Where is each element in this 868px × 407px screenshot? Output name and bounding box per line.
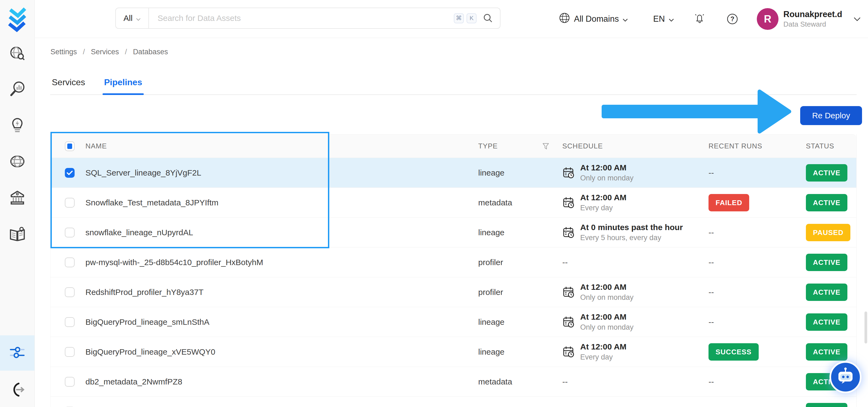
schedule-time: At 12:00 AM bbox=[580, 342, 627, 351]
sidebar-item-insights[interactable] bbox=[0, 111, 34, 140]
user-menu[interactable]: R Rounakpreet.d Data Steward bbox=[757, 0, 861, 38]
table-row[interactable]: SQL_Server_lineage_8YjVgF2L lineage bbox=[51, 158, 856, 188]
column-header-recent-runs[interactable]: RECENT RUNS bbox=[709, 142, 806, 150]
row-checkbox[interactable] bbox=[65, 347, 74, 357]
row-checkbox[interactable] bbox=[65, 287, 74, 297]
recent-runs-empty: -- bbox=[709, 317, 714, 326]
breadcrumb-services[interactable]: Services bbox=[91, 48, 119, 56]
schedule-empty: -- bbox=[562, 377, 568, 386]
status-badge: ACTIVE bbox=[806, 313, 847, 331]
column-header-status[interactable]: STATUS bbox=[806, 142, 857, 150]
sidebar-item-explore[interactable] bbox=[0, 39, 34, 69]
schedule-frequency: Only on monday bbox=[580, 293, 633, 302]
app-logo[interactable] bbox=[7, 5, 28, 34]
row-checkbox[interactable] bbox=[65, 228, 74, 238]
pipelines-table: NAME TYPE SCHEDULE RECENT RUNS STATUS SQ… bbox=[50, 134, 857, 407]
breadcrumb-databases[interactable]: Databases bbox=[133, 48, 168, 56]
globe-icon bbox=[9, 153, 26, 171]
recent-run-badge[interactable]: SUCCESS bbox=[709, 343, 759, 361]
pipeline-type: metadata bbox=[478, 198, 512, 207]
pipeline-name-link[interactable]: SQL_Server_lineage_8YjVgF2L bbox=[86, 168, 201, 177]
search-scope-dropdown[interactable]: All bbox=[116, 8, 149, 28]
k-key-badge: K bbox=[467, 13, 476, 23]
scrollbar-thumb[interactable] bbox=[865, 312, 867, 344]
schedule-time: At 12:00 AM bbox=[580, 163, 633, 172]
openmetadata-app: All Search for Data Assets ⌘ K All Domai… bbox=[0, 0, 868, 407]
global-search[interactable]: All Search for Data Assets ⌘ K bbox=[115, 8, 500, 29]
schedule-frequency: Only on monday bbox=[580, 174, 633, 182]
pipeline-type: profiler bbox=[478, 288, 503, 296]
pipeline-name-link[interactable]: BigQueryProd_lineage_smLnSthA bbox=[86, 317, 209, 326]
sidebar-item-settings-active[interactable] bbox=[0, 335, 34, 371]
layers-logo-icon bbox=[7, 5, 28, 34]
schedule-frequency: Every day bbox=[580, 353, 627, 362]
status-badge: ACTIVE bbox=[806, 343, 847, 361]
pipeline-name-link[interactable]: pw-mysql-with-_25-d8b54c10_profiler_HxBo… bbox=[86, 258, 263, 267]
recent-runs-empty: -- bbox=[709, 228, 714, 237]
domains-dropdown[interactable]: All Domains bbox=[559, 0, 628, 38]
table-row[interactable]: db2_metadata_2NwmfPZ8 metadata -- -- ACT… bbox=[51, 367, 856, 397]
status-badge: ACTIVE bbox=[806, 194, 847, 211]
sidebar-item-domains[interactable] bbox=[0, 147, 34, 177]
language-dropdown[interactable]: EN bbox=[653, 0, 674, 38]
pipeline-name-link[interactable]: RedshiftProd_profiler_hY8ya37T bbox=[86, 288, 204, 296]
table-row[interactable]: snowflake_lineage_nUpyrdAL lineage bbox=[51, 218, 856, 247]
schedule-frequency: Only on monday bbox=[580, 323, 633, 332]
sidebar-item-glossary[interactable] bbox=[0, 220, 34, 250]
chatbot-button[interactable] bbox=[830, 361, 862, 393]
recent-runs-empty: -- bbox=[709, 258, 714, 267]
row-checkbox[interactable] bbox=[65, 257, 74, 267]
pipeline-name-link[interactable]: db2_metadata_2NwmfPZ8 bbox=[86, 377, 182, 386]
bell-icon bbox=[694, 12, 705, 26]
pipeline-name-link[interactable]: BigQueryProd_lineage_xVE5WQY0 bbox=[86, 347, 215, 356]
column-header-name[interactable]: NAME bbox=[86, 142, 478, 150]
table-row[interactable]: pw-mysql-with-_25-d8b54c10_profiler_HxBo… bbox=[51, 247, 856, 277]
column-header-schedule[interactable]: SCHEDULE bbox=[562, 142, 709, 150]
recent-runs-empty: -- bbox=[709, 377, 714, 386]
pipeline-name-link[interactable]: snowflake_lineage_nUpyrdAL bbox=[86, 228, 193, 237]
sidebar bbox=[0, 0, 35, 407]
tab-services[interactable]: Services bbox=[50, 73, 87, 94]
pipeline-name-link[interactable]: Snowflake_Test_metadata_8JPYIftm bbox=[86, 198, 218, 207]
row-checkbox[interactable] bbox=[65, 198, 74, 208]
row-checkbox[interactable] bbox=[65, 317, 74, 327]
pipeline-type: lineage bbox=[478, 347, 504, 356]
sidebar-item-observability[interactable] bbox=[0, 74, 34, 104]
breadcrumb: Settings / Services / Databases bbox=[51, 48, 168, 56]
help-button[interactable]: ? bbox=[726, 0, 738, 38]
tab-pipelines[interactable]: Pipelines bbox=[102, 73, 144, 94]
schedule-time: At 12:00 AM bbox=[580, 312, 633, 321]
lightbulb-bolt-icon bbox=[9, 117, 26, 134]
search-icon[interactable] bbox=[483, 13, 493, 23]
row-checkbox[interactable] bbox=[65, 377, 74, 387]
status-badge: ACTIVE bbox=[806, 254, 847, 271]
sidebar-item-logout[interactable] bbox=[0, 378, 34, 403]
breadcrumb-settings[interactable]: Settings bbox=[51, 48, 77, 56]
schedule-empty: -- bbox=[562, 258, 568, 267]
chevron-down-icon bbox=[622, 14, 628, 24]
logout-icon bbox=[9, 381, 26, 399]
select-all-checkbox[interactable] bbox=[65, 142, 74, 151]
sidebar-item-govern[interactable] bbox=[0, 183, 34, 213]
table-row[interactable]: BigQueryProd_lineage_xVE5WQY0 lineage bbox=[51, 337, 856, 367]
recent-runs-empty: -- bbox=[709, 288, 714, 296]
schedule-time: At 12:00 AM bbox=[580, 193, 627, 202]
open-book-icon bbox=[9, 226, 26, 244]
status-badge: ACTIVE bbox=[806, 403, 847, 407]
table-row[interactable]: Snowflake_Test_metadata_8JPYIftm metadat… bbox=[51, 188, 856, 218]
filter-funnel-icon[interactable] bbox=[542, 143, 549, 150]
table-row[interactable]: BigQueryProd_lineage_smLnSthA lineage bbox=[51, 307, 856, 337]
calendar-clock-icon bbox=[562, 196, 575, 209]
redeploy-button[interactable]: Re Deploy bbox=[800, 106, 862, 125]
tab-bar: Services Pipelines bbox=[50, 71, 857, 95]
column-header-type[interactable]: TYPE bbox=[478, 142, 498, 150]
recent-runs-empty: -- bbox=[709, 168, 714, 177]
row-checkbox[interactable] bbox=[65, 168, 74, 178]
calendar-clock-icon bbox=[562, 166, 575, 179]
bank-icon bbox=[9, 189, 26, 207]
search-input[interactable]: Search for Data Assets bbox=[149, 13, 454, 23]
notifications-button[interactable] bbox=[694, 0, 705, 38]
recent-run-badge[interactable]: FAILED bbox=[709, 194, 749, 211]
table-row[interactable]: RedshiftProd_profiler_hY8ya37T profiler bbox=[51, 277, 856, 307]
table-row[interactable]: neptune_lineage_xBY90VKg lineage ACTIVE bbox=[51, 397, 856, 407]
